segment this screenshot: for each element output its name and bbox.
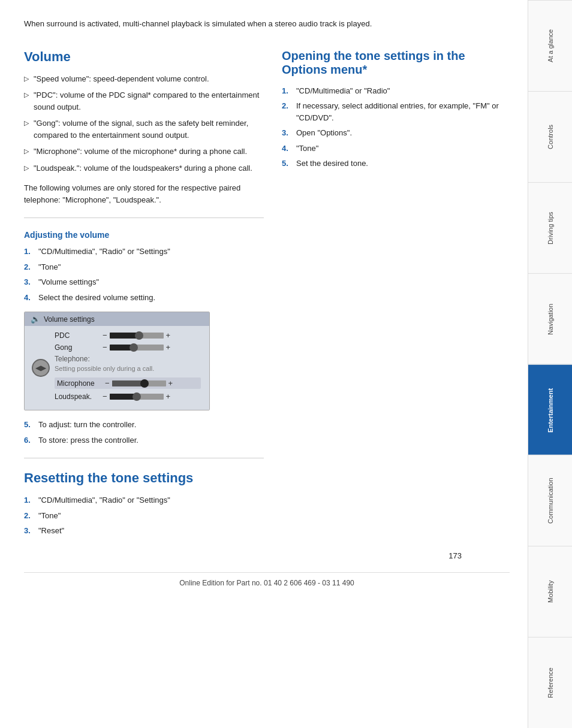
- sidebar-item-communication[interactable]: Communication: [528, 455, 572, 546]
- loudspeak-dot: [133, 392, 141, 401]
- bullet-text-2: "PDC": volume of the PDC signal* compare…: [34, 89, 264, 113]
- tone-step-3: 3. Open "Options".: [282, 127, 510, 139]
- bullet-text-5: "Loudspeak.": volume of the loudspeakers…: [34, 162, 252, 174]
- microphone-minus: −: [105, 379, 110, 388]
- sidebar-item-navigation[interactable]: Navigation: [528, 273, 572, 364]
- gong-row: Gong − +: [55, 343, 201, 352]
- paired-phone-text: The following volumes are only stored fo…: [24, 182, 264, 206]
- step-1: 1. "CD/Multimedia", "Radio" or "Settings…: [24, 246, 264, 258]
- left-column: Volume ▷ "Speed volume": speed-dependent…: [24, 44, 264, 545]
- loudspeak-bar: [110, 394, 164, 400]
- step-num-5: 5.: [24, 419, 34, 431]
- sidebar-item-reference[interactable]: Reference: [528, 637, 572, 728]
- bullet-arrow-4: ▷: [24, 146, 29, 156]
- pdc-dot: [135, 331, 143, 340]
- setting-note: Setting possible only during a call.: [55, 364, 201, 373]
- step-num-1: 1.: [24, 246, 34, 258]
- microphone-dot: [140, 379, 149, 388]
- pdc-row: PDC − +: [55, 331, 201, 340]
- step-num-4: 4.: [24, 292, 34, 304]
- step-6: 6. To store: press the controller.: [24, 434, 264, 446]
- step-text-6: To store: press the controller.: [38, 434, 139, 446]
- step-3: 3. "Volume settings": [24, 276, 264, 288]
- tone-step-num-2: 2.: [282, 100, 291, 112]
- bullet-text-3: "Gong": volume of the signal, such as th…: [34, 117, 264, 141]
- page-number-area: 173: [24, 551, 510, 560]
- step-text-5: To adjust: turn the controller.: [38, 419, 136, 431]
- gong-label: Gong: [55, 343, 103, 352]
- sidebar-item-controls[interactable]: Controls: [528, 91, 572, 182]
- sidebar-item-driving-tips[interactable]: Driving tips: [528, 182, 572, 273]
- volume-settings-image: 🔊 Volume settings ◀▶ PDC −: [24, 312, 210, 410]
- tone-step-5: 5. Set the desired tone.: [282, 158, 510, 170]
- step-num-3: 3.: [24, 276, 34, 288]
- sidebar-label-navigation: Navigation: [547, 303, 554, 334]
- sidebar-label-entertainment: Entertainment: [547, 388, 554, 432]
- loudspeak-label: Loudspeak.: [55, 392, 103, 401]
- tone-step-text-5: Set the desired tone.: [296, 158, 368, 170]
- sidebar-label-driving-tips: Driving tips: [547, 212, 554, 244]
- step-text-1: "CD/Multimedia", "Radio" or "Settings": [38, 246, 170, 258]
- reset-step-1: 1. "CD/Multimedia", "Radio" or "Settings…: [24, 494, 264, 506]
- loudspeak-row: Loudspeak. − +: [55, 392, 201, 401]
- tone-step-text-3: Open "Options".: [296, 127, 352, 139]
- divider-2: [24, 458, 264, 458]
- gong-minus: −: [103, 343, 107, 352]
- pdc-plus: +: [166, 331, 171, 340]
- sidebar-item-mobility[interactable]: Mobility: [528, 546, 572, 637]
- gong-dot: [130, 343, 138, 352]
- page-number: 173: [448, 551, 462, 560]
- sidebar-label-mobility: Mobility: [547, 581, 554, 603]
- reset-step-text-3: "Reset": [38, 525, 64, 537]
- sidebar-label-at-a-glance: At a glance: [547, 29, 554, 62]
- sidebar-label-controls: Controls: [547, 125, 554, 149]
- microphone-row: Microphone − +: [55, 377, 201, 389]
- step-5: 5. To adjust: turn the controller.: [24, 419, 264, 431]
- telephone-label: Telephone:: [55, 355, 201, 363]
- main-content: When surround is activated, multi-channe…: [0, 0, 528, 728]
- reset-step-num-1: 1.: [24, 494, 34, 506]
- tone-step-2: 2. If necessary, select additional entri…: [282, 100, 510, 123]
- tone-step-num-3: 3.: [282, 127, 291, 139]
- volume-controller: ◀▶: [32, 359, 50, 377]
- reset-step-2: 2. "Tone": [24, 510, 264, 522]
- adjusting-volume-title: Adjusting the volume: [24, 230, 264, 240]
- step-2: 2. "Tone": [24, 261, 264, 273]
- step-num-6: 6.: [24, 434, 34, 446]
- bullet-item-4: ▷ "Microphone": volume of the microphone…: [24, 146, 264, 158]
- two-column-layout: Volume ▷ "Speed volume": speed-dependent…: [24, 44, 510, 545]
- step-text-4: Select the desired volume setting.: [38, 292, 155, 304]
- tone-step-text-4: "Tone": [296, 143, 318, 155]
- volume-body: ◀▶ PDC − + Go: [25, 326, 209, 410]
- loudspeak-minus: −: [103, 392, 107, 401]
- bullet-arrow-2: ▷: [24, 90, 29, 100]
- tone-step-num-5: 5.: [282, 158, 291, 170]
- intro-text: When surround is activated, multi-channe…: [24, 18, 510, 30]
- sidebar-label-reference: Reference: [547, 667, 554, 698]
- opening-tone-steps-list: 1. "CD/Multimedia" or "Radio" 2. If nece…: [282, 85, 510, 170]
- bullet-arrow-1: ▷: [24, 74, 29, 84]
- tone-step-4: 4. "Tone": [282, 143, 510, 155]
- page-container: When surround is activated, multi-channe…: [0, 0, 572, 728]
- adjusting-steps-list: 1. "CD/Multimedia", "Radio" or "Settings…: [24, 246, 264, 303]
- reset-step-text-2: "Tone": [38, 510, 61, 522]
- gong-bar: [110, 345, 164, 351]
- sidebar-item-entertainment[interactable]: Entertainment: [528, 364, 572, 455]
- bullet-item-5: ▷ "Loudspeak.": volume of the loudspeake…: [24, 162, 264, 174]
- footer-online-text: Online Edition for Part no. 01 40 2 606 …: [179, 579, 354, 587]
- tone-step-num-4: 4.: [282, 143, 291, 155]
- microphone-label: Microphone: [57, 379, 105, 388]
- step-text-2: "Tone": [38, 261, 61, 273]
- pdc-minus: −: [103, 331, 107, 340]
- gong-plus: +: [166, 343, 171, 352]
- sidebar-item-at-a-glance[interactable]: At a glance: [528, 0, 572, 91]
- volume-section-title: Volume: [24, 49, 264, 65]
- microphone-bar: [112, 380, 166, 386]
- volume-icon: 🔊: [31, 315, 40, 324]
- tone-step-num-1: 1.: [282, 85, 291, 97]
- pdc-bar: [110, 333, 164, 339]
- volume-bullet-list: ▷ "Speed volume": speed-dependent volume…: [24, 73, 264, 174]
- right-column: Opening the tone settings in the Options…: [282, 44, 510, 545]
- resetting-tone-title: Resetting the tone settings: [24, 470, 264, 486]
- pdc-label: PDC: [55, 331, 103, 340]
